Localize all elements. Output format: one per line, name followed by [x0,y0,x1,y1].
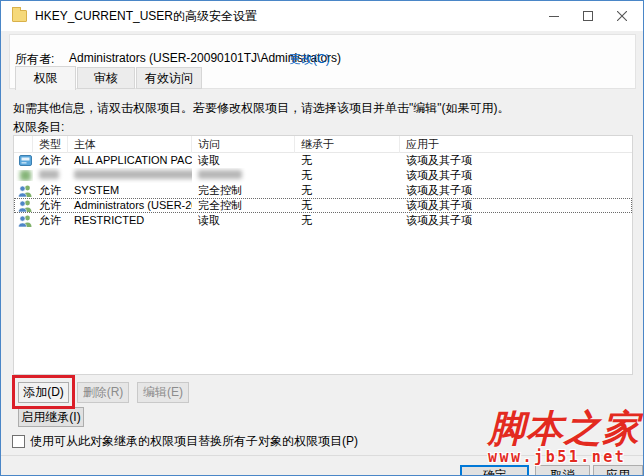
header-icon-spacer [14,136,33,153]
cell-inherited-from: 无 [295,198,400,213]
owner-change-link[interactable]: 更改(C) [289,51,330,68]
table-row-redacted[interactable]: 无 该项及其子项 [14,168,632,183]
redacted-type [39,170,59,179]
tab-effective-access[interactable]: 有效访问 [136,67,202,89]
cell-inherited-from: 无 [295,153,400,168]
cell-applies-to: 该项及其子项 [400,183,632,198]
tab-permissions[interactable]: 权限 [15,66,76,90]
column-header-access[interactable]: 访问 [192,136,295,153]
close-icon [617,11,627,21]
cell-access: 读取 [192,213,295,228]
maximize-icon [583,11,593,21]
close-button[interactable] [605,1,639,31]
cell-applies-to: 该项及其子项 [400,153,632,168]
cell-type: 允许 [33,183,68,198]
redacted-access [198,170,242,179]
tab-auditing[interactable]: 审核 [77,67,135,89]
cell-principal: RESTRICTED [68,213,192,228]
cell-principal: Administrators (USER-20090101... [68,198,192,213]
column-header-principal[interactable]: 主体 [68,136,192,153]
replace-child-permissions-checkbox[interactable] [12,435,25,448]
apply-button[interactable]: 应用 [593,465,643,476]
user-group-icon [18,200,33,212]
redacted-principal [74,170,192,179]
cancel-button[interactable]: 取消 [535,465,590,476]
registry-key-icon [12,10,27,22]
permission-entries-table[interactable]: 类型 主体 访问 继承于 应用于 允许 ALL APPLICATION PACK… [13,135,633,375]
maximize-button[interactable] [571,1,605,31]
column-header-type[interactable]: 类型 [33,136,68,153]
table-row[interactable]: 允许 ALL APPLICATION PACKAGES 读取 无 该项及其子项 [14,153,632,168]
watermark-site-name: 脚本之家 [488,409,644,449]
user-icon [20,170,31,181]
titlebar: HKEY_CURRENT_USER的高级安全设置 [1,1,643,31]
minimize-button[interactable] [537,1,571,31]
cell-type: 允许 [33,213,68,228]
cell-applies-to: 该项及其子项 [400,168,632,183]
enable-inheritance-button[interactable]: 启用继承(I) [18,407,84,427]
cell-access: 读取 [192,153,295,168]
cell-inherited-from: 无 [295,183,400,198]
add-button[interactable]: 添加(D) [18,382,69,403]
app-packages-icon [19,155,32,167]
column-header-inherited-from[interactable]: 继承于 [295,136,400,153]
column-header-applies-to[interactable]: 应用于 [400,136,632,153]
cell-principal: ALL APPLICATION PACKAGES [68,153,192,168]
replace-child-permissions-label: 使用可从此对象继承的权限项目替换所有子对象的权限项目(P) [30,433,358,450]
window-controls [537,1,639,31]
edit-button[interactable]: 编辑(E) [137,382,189,403]
cell-type: 允许 [33,198,68,213]
table-row[interactable]: 允许 SYSTEM 完全控制 无 该项及其子项 [14,183,632,198]
ok-button[interactable]: 确定 [460,465,529,476]
cell-access: 完全控制 [192,183,295,198]
cell-principal: SYSTEM [68,183,192,198]
permissions-description: 如需其他信息，请双击权限项目。若要修改权限项目，请选择该项目并单击"编辑"(如果… [13,100,628,117]
cell-applies-to: 该项及其子项 [400,198,632,213]
user-group-icon [18,215,33,227]
cell-access: 完全控制 [192,198,295,213]
table-row-selected[interactable]: 允许 Administrators (USER-20090101... 完全控制… [14,198,632,213]
remove-button[interactable]: 删除(R) [77,382,129,403]
table-row[interactable]: 允许 RESTRICTED 读取 无 该项及其子项 [14,213,632,228]
cell-inherited-from: 无 [295,168,400,183]
table-header-row: 类型 主体 访问 继承于 应用于 [14,136,632,153]
minimize-icon [549,11,559,21]
cell-applies-to: 该项及其子项 [400,213,632,228]
cell-inherited-from: 无 [295,213,400,228]
user-group-icon [18,185,33,197]
permission-entries-label: 权限条目: [13,119,64,136]
advanced-security-settings-dialog: HKEY_CURRENT_USER的高级安全设置 所有者: Administra… [0,0,644,476]
replace-child-permissions-row: 使用可从此对象继承的权限项目替换所有子对象的权限项目(P) [12,433,358,450]
cell-type: 允许 [33,153,68,168]
window-title: HKEY_CURRENT_USER的高级安全设置 [35,8,257,25]
